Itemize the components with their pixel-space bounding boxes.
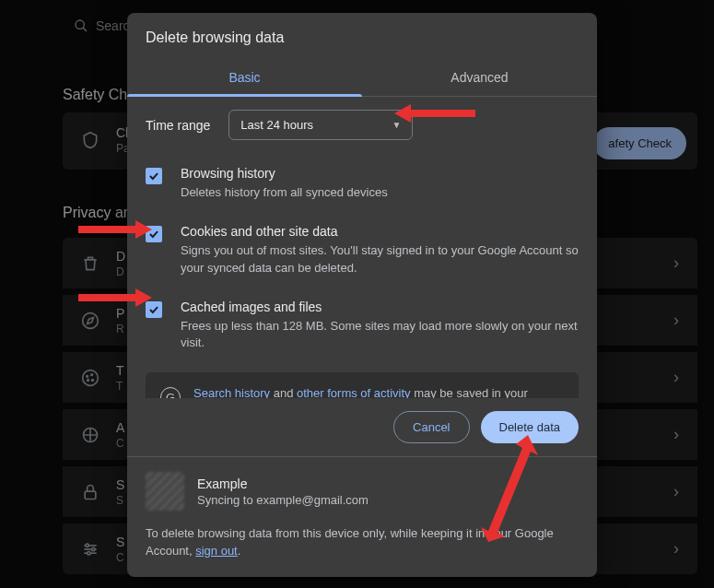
account-section: Example Syncing to example@gmail.com To …: [127, 456, 597, 577]
browsing-history-option: Browsing history Deletes history from al…: [146, 157, 579, 215]
tab-basic[interactable]: Basic: [127, 59, 362, 96]
avatar: [146, 472, 184, 511]
time-range-dropdown[interactable]: Last 24 hours ▼: [228, 110, 413, 140]
dropdown-caret-icon: ▼: [392, 120, 401, 130]
browsing-history-checkbox[interactable]: [146, 168, 162, 184]
option-title: Cached images and files: [181, 300, 579, 314]
time-range-label: Time range: [146, 118, 210, 133]
dialog-scroll-area[interactable]: Time range Last 24 hours ▼ Browsing hist…: [127, 97, 597, 398]
cached-images-checkbox[interactable]: [146, 301, 162, 318]
account-name: Example: [197, 476, 369, 491]
sign-out-link[interactable]: sign out: [195, 544, 238, 558]
option-desc: Signs you out of most sites. You'll stay…: [181, 242, 579, 277]
option-title: Cookies and other site data: [181, 224, 579, 239]
delete-data-button[interactable]: Delete data: [481, 411, 579, 443]
check-icon: [147, 303, 160, 316]
tab-advanced[interactable]: Advanced: [362, 59, 597, 96]
dialog-tabs: Basic Advanced: [127, 59, 597, 97]
option-title: Browsing history: [181, 166, 579, 181]
option-desc: Frees up less than 128 MB. Some sites ma…: [181, 318, 579, 353]
signout-info: To delete browsing data from this device…: [146, 525, 579, 560]
cancel-button[interactable]: Cancel: [393, 411, 469, 443]
info-text: Search history and other forms of activi…: [193, 385, 564, 398]
dialog-actions: Cancel Delete data: [127, 398, 597, 456]
google-account-info: G Search history and other forms of acti…: [146, 372, 579, 398]
dialog-title: Delete browsing data: [127, 13, 597, 59]
account-sync-status: Syncing to example@gmail.com: [197, 493, 369, 507]
check-icon: [147, 228, 160, 241]
option-desc: Deletes history from all synced devices: [181, 184, 579, 202]
other-activity-link[interactable]: other forms of activity: [297, 386, 411, 398]
delete-browsing-data-dialog: Delete browsing data Basic Advanced Time…: [127, 13, 597, 577]
time-range-value: Last 24 hours: [240, 118, 313, 132]
google-g-icon: G: [160, 387, 181, 398]
search-history-link[interactable]: Search history: [193, 386, 270, 398]
cookies-option: Cookies and other site data Signs you ou…: [146, 215, 579, 290]
cached-images-option: Cached images and files Frees up less th…: [146, 290, 579, 366]
check-icon: [147, 170, 160, 182]
cookies-checkbox[interactable]: [146, 226, 162, 242]
